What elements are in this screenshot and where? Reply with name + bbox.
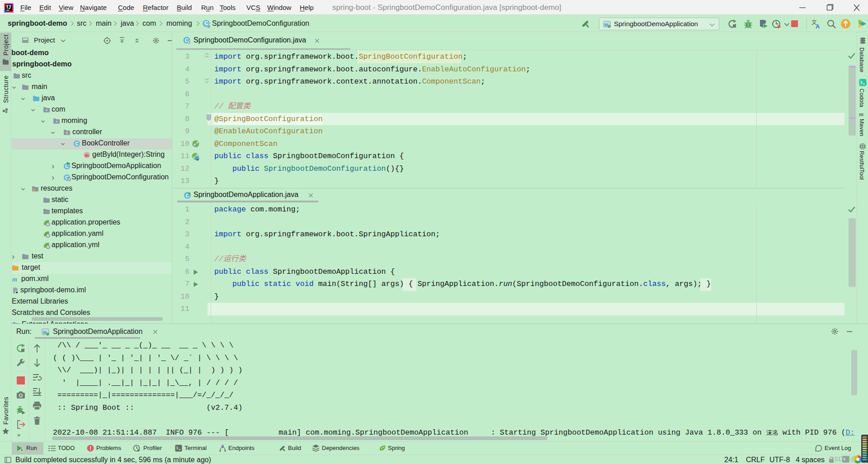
svg-text:A: A [816, 23, 820, 29]
svg-text:m: m [859, 111, 863, 117]
